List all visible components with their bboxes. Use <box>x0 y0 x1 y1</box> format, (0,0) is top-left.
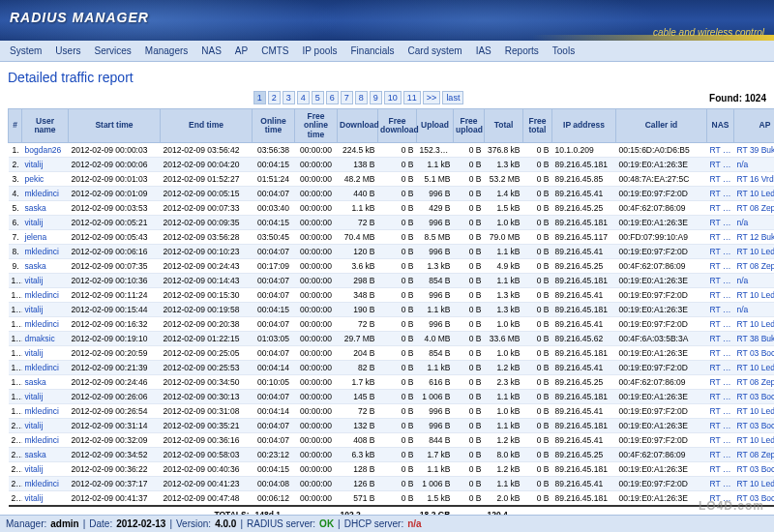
cell-user[interactable]: vitalij <box>22 390 69 404</box>
cell-ap[interactable]: n/a <box>734 216 775 230</box>
cell-user[interactable]: saska <box>22 201 69 216</box>
page-next[interactable]: >> <box>423 91 441 104</box>
cell-nas[interactable]: RT 01 <box>707 288 734 303</box>
page-1[interactable]: 1 <box>253 91 266 104</box>
cell-ap[interactable]: RT 16 Vrdnik <box>734 172 775 187</box>
cell-ap[interactable]: RT 08 Zepter <box>734 259 775 274</box>
cell-user[interactable]: vitalij <box>22 491 69 507</box>
cell-ap[interactable]: n/a <box>734 274 775 288</box>
cell-user[interactable]: dmaksic <box>22 332 69 346</box>
col-end-time[interactable]: End time <box>161 109 253 143</box>
page-10[interactable]: 10 <box>384 91 402 104</box>
menu-ias[interactable]: IAS <box>470 44 497 58</box>
cell-nas[interactable]: RT 01 <box>707 303 734 317</box>
cell-nas[interactable]: RT 01 <box>707 274 734 288</box>
menu-system[interactable]: System <box>4 44 47 58</box>
page-5[interactable]: 5 <box>312 91 324 104</box>
cell-ap[interactable]: RT 39 Bukovac <box>734 143 775 158</box>
col-start-time[interactable]: Start time <box>69 109 161 143</box>
cell-user[interactable]: vitalij <box>22 158 69 172</box>
cell-user[interactable]: mkledinci <box>22 433 69 448</box>
cell-ap[interactable]: n/a <box>734 158 775 172</box>
col-free-download[interactable]: Free download <box>378 109 417 143</box>
page-8[interactable]: 8 <box>355 91 368 104</box>
cell-nas[interactable]: RT 01 <box>707 143 734 158</box>
cell-ap[interactable]: RT 10 Ledinci <box>734 288 775 303</box>
col-online-time[interactable]: Online time <box>253 109 295 143</box>
cell-user[interactable]: bogdan26 <box>22 143 69 158</box>
cell-ap[interactable]: RT 10 Ledinci <box>734 317 775 332</box>
cell-ap[interactable]: RT 10 Ledinci <box>734 433 775 448</box>
col--[interactable]: # <box>9 109 22 143</box>
cell-nas[interactable]: RT 01 <box>707 448 734 462</box>
cell-nas[interactable]: RT 01 <box>707 332 734 346</box>
page-9[interactable]: 9 <box>370 91 382 104</box>
cell-user[interactable]: mkledinci <box>22 288 69 303</box>
menu-ap[interactable]: AP <box>229 44 253 58</box>
col-total[interactable]: Total <box>485 109 523 143</box>
menu-card-system[interactable]: Card system <box>402 44 468 58</box>
cell-ap[interactable]: RT 03 Bocke <box>734 390 775 404</box>
page-4[interactable]: 4 <box>297 91 310 104</box>
cell-nas[interactable]: RT 01 <box>707 375 734 390</box>
cell-ap[interactable]: RT 08 Zepter <box>734 375 775 390</box>
cell-nas[interactable]: RT 01 <box>707 433 734 448</box>
cell-nas[interactable]: RT 01 <box>707 404 734 419</box>
cell-user[interactable]: vitalij <box>22 346 69 361</box>
cell-user[interactable]: vitalij <box>22 216 69 230</box>
cell-ap[interactable]: RT 08 Zepter <box>734 201 775 216</box>
page-last[interactable]: last <box>442 91 463 104</box>
cell-ap[interactable]: RT 03 Bocke <box>734 419 775 433</box>
cell-nas[interactable]: RT 01 <box>707 172 734 187</box>
cell-user[interactable]: vitalij <box>22 419 69 433</box>
cell-user[interactable]: vitalij <box>22 274 69 288</box>
col-free-online-time[interactable]: Free online time <box>295 109 338 143</box>
page-3[interactable]: 3 <box>283 91 295 104</box>
cell-ap[interactable]: RT 38 Bukovac <box>734 332 775 346</box>
cell-nas[interactable]: RT 01 <box>707 245 734 259</box>
cell-ap[interactable]: RT 10 Ledinci <box>734 187 775 201</box>
cell-user[interactable]: mkledinci <box>22 404 69 419</box>
page-11[interactable]: 11 <box>403 91 421 104</box>
page-2[interactable]: 2 <box>268 91 281 104</box>
cell-user[interactable]: jelena <box>22 230 69 245</box>
cell-user[interactable]: pekic <box>22 172 69 187</box>
menu-services[interactable]: Services <box>88 44 136 58</box>
col-ip-address[interactable]: IP address <box>552 109 616 143</box>
menu-ip-pools[interactable]: IP pools <box>297 44 343 58</box>
page-7[interactable]: 7 <box>341 91 353 104</box>
cell-nas[interactable]: RT 01 <box>707 477 734 491</box>
cell-ap[interactable]: RT 12 Bukovac 7 <box>734 230 775 245</box>
cell-user[interactable]: mkledinci <box>22 317 69 332</box>
cell-nas[interactable]: RT 01 <box>707 361 734 375</box>
cell-ap[interactable]: RT 10 Ledinci <box>734 361 775 375</box>
cell-ap[interactable]: n/a <box>734 303 775 317</box>
cell-user[interactable]: mkledinci <box>22 187 69 201</box>
col-free-upload[interactable]: Free upload <box>454 109 485 143</box>
menu-users[interactable]: Users <box>49 44 86 58</box>
cell-user[interactable]: vitalij <box>22 462 69 477</box>
cell-nas[interactable]: RT 01 <box>707 201 734 216</box>
cell-user[interactable]: vitalij <box>22 303 69 317</box>
col-caller-id[interactable]: Caller id <box>616 109 707 143</box>
menu-managers[interactable]: Managers <box>139 44 194 58</box>
page-6[interactable]: 6 <box>326 91 339 104</box>
cell-user[interactable]: saska <box>22 375 69 390</box>
menu-tools[interactable]: Tools <box>547 44 580 58</box>
cell-ap[interactable]: RT 10 Ledinci <box>734 245 775 259</box>
cell-nas[interactable]: RT 01 <box>707 419 734 433</box>
cell-user[interactable]: mkledinci <box>22 361 69 375</box>
cell-nas[interactable]: RT 01 <box>707 230 734 245</box>
col-upload[interactable]: Upload <box>417 109 454 143</box>
cell-ap[interactable]: RT 10 Ledinci <box>734 477 775 491</box>
cell-ap[interactable]: RT 10 Ledinci <box>734 404 775 419</box>
cell-user[interactable]: saska <box>22 259 69 274</box>
cell-nas[interactable]: RT 01 <box>707 462 734 477</box>
cell-nas[interactable]: RT 01 <box>707 317 734 332</box>
cell-ap[interactable]: RT 03 Bocke <box>734 346 775 361</box>
cell-nas[interactable]: RT 01 <box>707 259 734 274</box>
cell-nas[interactable]: RT 01 <box>707 390 734 404</box>
cell-nas[interactable]: RT 01 <box>707 158 734 172</box>
col-user-name[interactable]: User name <box>22 109 69 143</box>
menu-nas[interactable]: NAS <box>195 44 227 58</box>
